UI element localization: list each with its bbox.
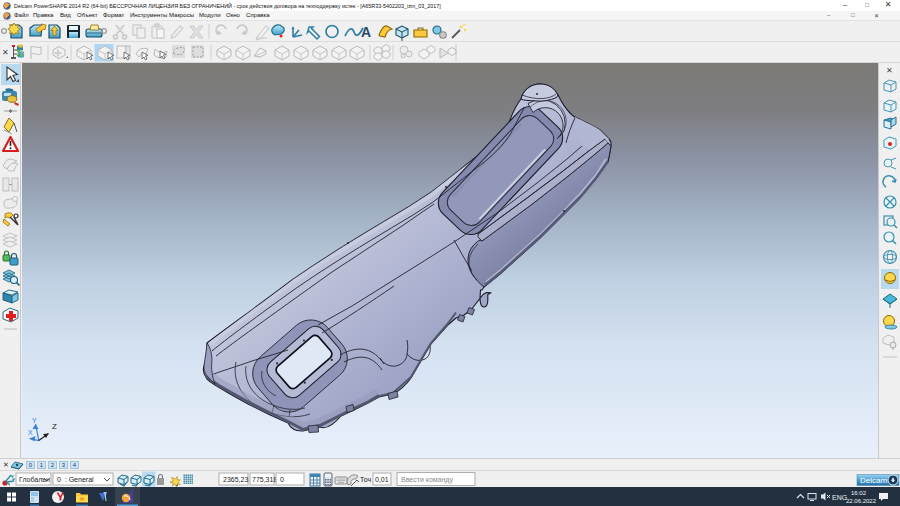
svg-text:X: X [28, 429, 33, 436]
svg-text:Z: Z [52, 422, 57, 431]
svg-text:Точ: Точ [360, 476, 371, 483]
svg-text:ENG: ENG [832, 494, 847, 501]
svg-text:0,01: 0,01 [375, 476, 389, 483]
svg-text:2365,23: 2365,23 [223, 476, 248, 483]
svg-text:A: A [361, 24, 371, 40]
svg-text:775,318: 775,318 [252, 476, 277, 483]
svg-text:16:02: 16:02 [851, 490, 867, 496]
svg-text:Ввести команду: Ввести команду [401, 476, 453, 484]
svg-text:✕: ✕ [886, 66, 893, 75]
svg-text:Delcam: Delcam [860, 476, 887, 485]
svg-text:0: 0 [280, 476, 284, 483]
svg-text:✕: ✕ [2, 48, 9, 57]
svg-text:0 : General: 0 : General [57, 476, 94, 483]
svg-text:22.06.2022: 22.06.2022 [846, 498, 877, 504]
svg-text:Y: Y [32, 417, 37, 424]
